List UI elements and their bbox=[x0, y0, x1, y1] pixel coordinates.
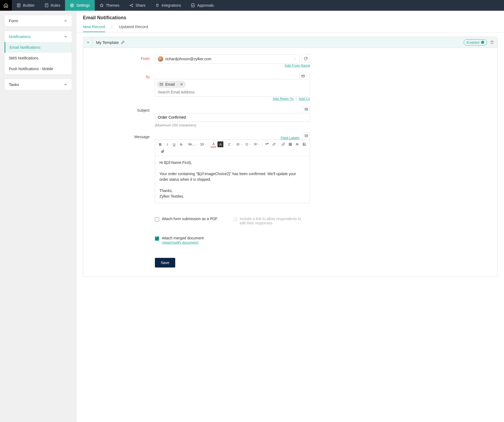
sidebar-item-sms-notifications[interactable]: SMS Notifications bbox=[5, 53, 72, 63]
nav-label: Approvals bbox=[197, 3, 214, 7]
sidebar: Form Notifications Email Notifications S… bbox=[0, 11, 76, 422]
option-attach-merged[interactable]: Attach merged document (view/modify docu… bbox=[155, 236, 224, 244]
rules-icon bbox=[44, 3, 49, 7]
hr-button[interactable] bbox=[294, 141, 300, 147]
template-collapse-toggle[interactable] bbox=[83, 37, 93, 48]
svg-point-2 bbox=[71, 5, 72, 6]
superscript-dropdown[interactable]: X² bbox=[253, 142, 261, 146]
table-button[interactable] bbox=[287, 141, 293, 147]
nav-label: Settings bbox=[76, 3, 90, 7]
indent-dropdown[interactable] bbox=[245, 142, 252, 146]
save-button[interactable]: Save bbox=[155, 258, 175, 267]
tab-new-record[interactable]: New Record bbox=[83, 23, 105, 32]
option-label: Include a link to allow respondents to e… bbox=[240, 217, 303, 225]
nav-builder[interactable]: Builder bbox=[12, 0, 40, 11]
sidebar-section-form[interactable]: Form bbox=[5, 15, 72, 26]
message-label: Message bbox=[91, 133, 155, 139]
view-modify-document-link[interactable]: (view/modify document) bbox=[162, 240, 198, 244]
chevron-down-icon bbox=[86, 40, 90, 44]
field-labels-link[interactable]: Field Labels bbox=[281, 136, 299, 140]
insert-field-icon bbox=[304, 107, 308, 111]
sidebar-section-label: Tasks bbox=[9, 82, 19, 87]
chevron-down-icon bbox=[64, 35, 67, 39]
enabled-label: Enabled bbox=[467, 40, 479, 44]
nav-settings[interactable]: Settings bbox=[65, 0, 95, 11]
font-family-dropdown[interactable]: Ve… bbox=[188, 142, 198, 146]
link-icon bbox=[281, 142, 285, 146]
option-include-link: Include a link to allow respondents to e… bbox=[234, 217, 303, 225]
add-from-name-link[interactable]: Add From Name bbox=[285, 63, 310, 67]
nav-label: Integrations bbox=[162, 3, 181, 7]
envelope-icon bbox=[159, 82, 163, 86]
font-color-button[interactable]: A bbox=[211, 141, 216, 147]
from-select[interactable]: richardjohnson@zylker.com bbox=[155, 54, 299, 63]
nav-rules[interactable]: Rules bbox=[40, 0, 65, 11]
list-dropdown[interactable] bbox=[236, 142, 243, 146]
attach-pdf-checkbox[interactable] bbox=[155, 217, 159, 221]
chevron-down-icon bbox=[240, 143, 243, 146]
edit-icon[interactable] bbox=[121, 40, 125, 44]
insert-field-icon bbox=[304, 134, 308, 138]
home-icon bbox=[3, 3, 8, 8]
align-dropdown[interactable] bbox=[227, 142, 235, 146]
message-editor: B I U S Ve… 10 A A bbox=[155, 140, 310, 203]
refresh-from-button[interactable] bbox=[301, 54, 310, 63]
tab-separator: | bbox=[112, 24, 113, 31]
align-icon bbox=[227, 142, 231, 146]
remove-chip-icon[interactable]: ✕ bbox=[180, 82, 183, 86]
top-nav: Builder Rules Settings Themes Share Inte… bbox=[0, 0, 504, 11]
attachment-button[interactable] bbox=[160, 148, 166, 154]
page-title: Email Notifications bbox=[77, 14, 504, 21]
nav-label: Builder bbox=[23, 3, 35, 7]
clear-format-button[interactable] bbox=[271, 141, 277, 147]
svg-point-4 bbox=[132, 4, 133, 5]
font-size-dropdown[interactable]: 10 bbox=[200, 142, 207, 146]
sidebar-section-tasks[interactable]: Tasks bbox=[5, 79, 72, 90]
from-value: richardjohnson@zylker.com bbox=[165, 57, 291, 61]
delete-icon[interactable] bbox=[490, 40, 494, 44]
to-search-input[interactable] bbox=[157, 88, 308, 95]
sidebar-item-push-notifications[interactable]: Push Notifications - Mobile bbox=[5, 63, 72, 74]
to-input-box[interactable]: Email ✕ bbox=[155, 79, 310, 97]
from-label: From bbox=[91, 54, 155, 61]
strikethrough-button[interactable]: S bbox=[178, 141, 184, 147]
option-attach-pdf[interactable]: Attach form submission as a PDF bbox=[155, 217, 217, 225]
bg-color-button[interactable]: A bbox=[217, 141, 223, 147]
sidebar-section-notifications[interactable]: Notifications bbox=[5, 31, 72, 42]
message-body[interactable]: Hi ${zf:Name.First}, Your order containi… bbox=[155, 156, 310, 203]
italic-button[interactable]: I bbox=[164, 141, 170, 147]
indent-icon bbox=[245, 142, 249, 146]
tabs: New Record | Updated Record bbox=[77, 21, 504, 32]
option-label: Attach form submission as a PDF bbox=[162, 217, 217, 221]
chevron-down-icon bbox=[258, 143, 260, 146]
bold-button[interactable]: B bbox=[157, 141, 163, 147]
chevron-up-icon bbox=[64, 19, 67, 23]
link-button[interactable] bbox=[280, 141, 286, 147]
home-button[interactable] bbox=[0, 0, 12, 11]
nav-integrations[interactable]: Integrations bbox=[150, 0, 186, 11]
template-name: My Template bbox=[96, 40, 119, 45]
quote-button[interactable]: ❝❞ bbox=[264, 141, 270, 147]
subject-hint: (Maximum 250 characters) bbox=[155, 123, 310, 127]
nav-themes[interactable]: Themes bbox=[95, 0, 124, 11]
tab-updated-record[interactable]: Updated Record bbox=[119, 23, 148, 32]
nav-approvals[interactable]: Approvals bbox=[186, 0, 219, 11]
table-icon bbox=[288, 142, 292, 146]
subject-insert-field-button[interactable] bbox=[303, 106, 310, 113]
message-insert-field-button[interactable] bbox=[303, 133, 310, 140]
svg-point-16 bbox=[304, 144, 304, 144]
nav-share[interactable]: Share bbox=[124, 0, 150, 11]
add-reply-to-link[interactable]: Add Reply-To bbox=[273, 97, 293, 101]
enabled-toggle[interactable]: Enabled bbox=[464, 39, 487, 46]
image-button[interactable] bbox=[301, 141, 307, 147]
underline-button[interactable]: U bbox=[171, 141, 177, 147]
to-type-dropdown[interactable] bbox=[299, 73, 310, 79]
add-cc-link[interactable]: Add Cc bbox=[299, 97, 310, 101]
attach-merged-checkbox[interactable] bbox=[155, 236, 159, 241]
enabled-dot-icon bbox=[481, 41, 484, 44]
subject-input[interactable] bbox=[155, 113, 310, 122]
list-icon bbox=[236, 142, 240, 146]
envelope-icon bbox=[301, 74, 305, 78]
sidebar-item-email-notifications[interactable]: Email Notifications bbox=[5, 42, 72, 53]
chevron-down-icon bbox=[293, 57, 296, 61]
